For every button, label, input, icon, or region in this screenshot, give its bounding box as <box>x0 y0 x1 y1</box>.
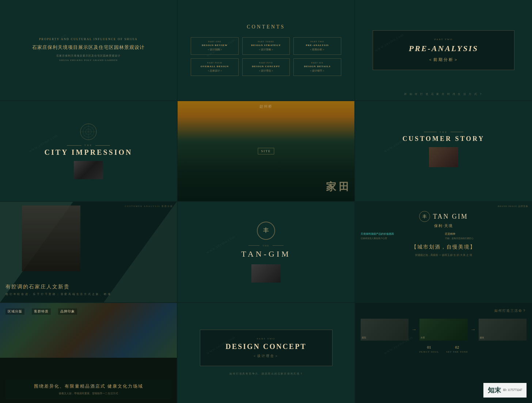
cell10-bottom-sub: 循着文人故，带领居民重展、望领独享一二 生活方式 <box>9 392 168 396</box>
customer-title: CUSTOMER STORY <box>402 135 484 143</box>
part-zh-1: ＜设计回顾＞ <box>193 48 236 51</box>
city-thumb-inner <box>74 161 103 179</box>
cell1-sub-desc: 石家庄保利天境项目展示区及住宅区园林景观设计 <box>56 54 121 58</box>
part-zh-6: ＜设计细节＞ <box>296 69 338 73</box>
site-label: SITE <box>258 148 274 154</box>
cell-city-impression: www.znzmo.com THE CITY IMPRESSION <box>0 101 177 202</box>
contents-grid: PART ONE DESIGN REVIEW ＜设计回顾＞ PART THREE… <box>191 37 341 76</box>
cell-brand-image: BRAND IMAGE 品牌形象 丰 TAN GIM 保利·天境 天境保利顶级产… <box>355 202 532 302</box>
brand-highlight: 【城市划酒，自慢美境】 <box>411 244 476 250</box>
brand-highlight-text: 【城市划酒，自慢美境】 <box>411 244 476 250</box>
customer-thumbnail <box>429 147 458 167</box>
badge-id-label: ID: 1175773247 <box>503 388 522 392</box>
city-overlay-text: 家 田 <box>326 180 349 194</box>
brand-value-item: 天境保利顶级产品的价值基因 亿级研发投入聚焦客户心理 <box>361 232 442 240</box>
city-divider: THE <box>67 144 110 147</box>
part-en-6: DESIGN DETAILS <box>296 65 338 68</box>
segment-3: 品牌印象 <box>58 308 77 315</box>
city-the-label: THE <box>84 144 93 147</box>
brand-spirit-item: 匠是精神 于她，是每日坚持的打磨匠心 <box>445 232 527 240</box>
part-en-2: DESIGN STRATEGY <box>245 44 287 47</box>
tangim-thumbnail <box>251 264 281 283</box>
pre-title-en: PRE-ANALYSIS <box>384 44 503 53</box>
customer-divider-right <box>451 132 463 132</box>
part-label-6: PART SIX <box>296 62 338 64</box>
cell10-bottom-section: 围绕差异化、有限量精品酒店式 健康文化力场域 循着文人故，带领居民重展、望领独享… <box>5 380 171 399</box>
part-en-3: PRE-ANALYSIS <box>296 44 338 47</box>
part-zh-2: ＜设计策略＞ <box>245 48 287 51</box>
strategy-img-1: 庭院 <box>361 319 408 341</box>
city-title: CITY IMPRESSION <box>45 148 133 157</box>
tangim-title: TAN-GIM <box>241 249 291 259</box>
brand-spirit-desc: 于她，是每日坚持的打磨匠心 <box>445 237 527 240</box>
segment-labels: 区域分版 客群特质 品牌印象 <box>5 308 171 315</box>
concept-title-en: DESIGN CONCEPT <box>211 342 321 351</box>
main-grid: www.znzmo.com PROPERTY AND CULTURAL INFL… <box>0 0 532 403</box>
customer-thumbnail-wrap <box>429 147 458 172</box>
step-1-label: INJECT SOUL <box>419 350 439 353</box>
watermark-8: www.znzmo.com <box>205 234 236 254</box>
strategy-img-3: 建筑 <box>479 319 527 341</box>
cell1-sub-desc2: SHIJIA ZHUANG POLY GRAND GARDEN <box>59 58 118 63</box>
cell9-brand-label: BRAND IMAGE 品牌形象 <box>498 205 528 208</box>
part-en-1: DESIGN REVIEW <box>193 44 236 47</box>
cell-title-slide: www.znzmo.com PROPERTY AND CULTURAL INFL… <box>0 0 177 100</box>
concept-bottom-text: 如 何 打 造 具 有 竞 争 力 、 跳 跃 而 出 的 石 家 庄 保 利 … <box>222 372 310 376</box>
tangim-brand-header: 丰 TAN GIM <box>419 211 468 222</box>
cell10-bottom-title: 围绕差异化、有限量精品酒店式 健康文化力场域 <box>9 383 168 389</box>
concept-title-zh: ＜设计理念＞ <box>211 354 321 358</box>
cell1-main-title: 石家庄保利天境项目展示区及住宅区园林景观设计 <box>32 44 145 51</box>
design-concept-box: PART TWO DESIGN CONCEPT ＜设计理念＞ <box>200 330 332 366</box>
badge-id-number: 1175773247 <box>508 388 522 392</box>
divider-line-right <box>95 145 110 146</box>
cell7-sub-text: 他 们 年 轻 奋 进 、 乐 于 行 千 里 路 ； 喜 爱 高 端 生 活 … <box>5 292 111 296</box>
content-item-6: PART SIX DESIGN DETAILS ＜设计细节＞ <box>293 58 341 76</box>
tangim-the-label: THE <box>262 244 270 247</box>
cell-city-aerial: SITE 家 田 赵州桥 <box>178 101 354 202</box>
pre-part-label: PART TWO <box>384 38 503 41</box>
brand-value-desc: 亿级研发投入聚焦客户心理 <box>361 237 442 240</box>
cell10-content: 区域分版 客群特质 品牌印象 围绕差异化、有限量精品酒店式 健康文化力场域 循着… <box>0 303 177 403</box>
cell-customer-analysis: CUSTOMER ANALYSIS 客群分析 有腔调的石家庄人文新贵 他 们 年… <box>0 202 177 302</box>
cell-customer-segments: 区域分版 客群特质 品牌印象 围绕差异化、有限量精品酒店式 健康文化力场域 循着… <box>0 303 177 403</box>
customer-the-label: THE <box>440 131 448 134</box>
brand-info-grid: 天境保利顶级产品的价值基因 亿级研发投入聚焦客户心理 匠是精神 于她，是每日坚持… <box>361 232 527 240</box>
strategy-label-3: 建筑 <box>480 336 484 339</box>
divider-line-left <box>67 145 81 146</box>
segment-2: 客群特质 <box>32 308 51 315</box>
part-en-5: DESIGN CONCEPT <box>245 65 287 68</box>
badge-id-prefix: ID: <box>503 388 507 392</box>
pre-analysis-box: PART TWO PRE-ANALYSIS ＜前期分析＞ <box>373 30 514 70</box>
step-2-num: 02 <box>446 345 468 349</box>
strategy-title: 如何打造三活命？ <box>361 308 527 313</box>
bottom-badge: 知末 ID: 1175773247 <box>483 383 527 398</box>
arrow-icon-2: → <box>471 319 476 341</box>
tangim-divider-right <box>273 245 284 246</box>
cell-customer-story: www.znzmo.com THE CUSTOMER STORY <box>355 101 532 202</box>
segment-1: 区域分版 <box>5 308 24 315</box>
content-item-5: PART FIVE DESIGN CONCEPT ＜设计理念＞ <box>242 58 290 76</box>
arrow-icon: → <box>411 319 417 341</box>
contents-title: CONTENTS <box>247 24 285 30</box>
cell7-main-text: 有腔调的石家庄人文新贵 <box>5 284 111 290</box>
cell-pre-analysis: www.znzmo.com PART TWO PRE-ANALYSIS ＜前期分… <box>355 0 532 100</box>
step-1: 01 INJECT SOUL <box>419 345 439 353</box>
strategy-step-labels: 01 INJECT SOUL 02 SET THE TONE <box>361 345 527 353</box>
cell-tangim: www.znzmo.com 丰 THE TAN-GIM <box>178 202 354 302</box>
content-item-3: PART TWO PRE-ANALYSIS ＜前期分析＞ <box>293 37 341 55</box>
part-zh-5: ＜设计理念＞ <box>245 69 287 73</box>
content-item-1: PART ONE DESIGN REVIEW ＜设计回顾＞ <box>191 37 238 55</box>
concept-part-num: PART TWO <box>211 337 321 340</box>
content-item-4: PART FOUR OVERALL DESIGN ＜总体设计＞ <box>191 58 238 76</box>
cell7-content: CUSTOMER ANALYSIS 客群分析 有腔调的石家庄人文新贵 他 们 年… <box>0 202 177 302</box>
customer-divider: THE <box>424 131 464 134</box>
step-2-label: SET THE TONE <box>446 350 468 353</box>
step-2: 02 SET THE TONE <box>446 345 468 353</box>
strategy-img-2: 水景 <box>419 319 467 341</box>
city-thumbnail <box>74 161 103 179</box>
tangim-symbol-char: 丰 <box>263 227 269 234</box>
city-ornament-icon <box>79 123 98 141</box>
brand-value-label: 天境保利顶级产品的价值基因 <box>361 232 442 236</box>
step-1-num: 01 <box>419 345 439 349</box>
strategy-label-1: 庭院 <box>362 336 366 339</box>
